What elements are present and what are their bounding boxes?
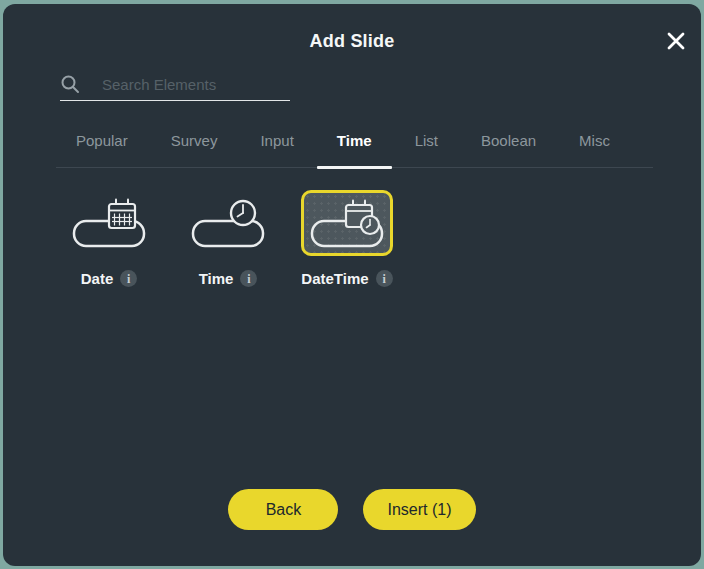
- element-label-datetime: DateTime i: [301, 270, 393, 287]
- element-name: Time: [199, 270, 234, 287]
- time-field-icon: [190, 197, 266, 249]
- tab-misc[interactable]: Misc: [579, 128, 610, 154]
- tab-bar: Popular Survey Input Time List Boolean M…: [56, 128, 653, 168]
- page-title: Add Slide: [3, 31, 701, 52]
- datetime-field-icon: [309, 197, 385, 249]
- close-button[interactable]: [661, 26, 691, 56]
- search-bar: [60, 68, 290, 101]
- element-name: Date: [81, 270, 114, 287]
- insert-button[interactable]: Insert (1): [363, 489, 475, 530]
- search-input[interactable]: [102, 76, 282, 93]
- element-label-date: Date i: [63, 270, 155, 287]
- element-name: DateTime: [301, 270, 368, 287]
- element-card-date[interactable]: [63, 190, 155, 256]
- tab-input[interactable]: Input: [260, 128, 293, 154]
- info-icon[interactable]: i: [240, 270, 257, 287]
- search-icon: [60, 74, 80, 94]
- info-icon[interactable]: i: [120, 270, 137, 287]
- close-icon: [666, 31, 686, 51]
- element-label-row: Date i Time i DateTime i: [63, 270, 393, 287]
- footer-actions: Back Insert (1): [3, 489, 701, 530]
- element-label-time: Time i: [182, 270, 274, 287]
- tab-survey[interactable]: Survey: [171, 128, 218, 154]
- back-button[interactable]: Back: [228, 489, 338, 530]
- date-field-icon: [71, 197, 147, 249]
- element-card-row: [63, 190, 393, 256]
- element-card-datetime[interactable]: [301, 190, 393, 256]
- tab-boolean[interactable]: Boolean: [481, 128, 536, 154]
- tab-time[interactable]: Time: [337, 128, 372, 154]
- info-icon[interactable]: i: [376, 270, 393, 287]
- element-card-time[interactable]: [182, 190, 274, 256]
- tab-list[interactable]: List: [415, 128, 438, 154]
- tab-popular[interactable]: Popular: [76, 128, 128, 154]
- add-slide-modal: Add Slide Popular Survey Input Time List…: [3, 4, 701, 566]
